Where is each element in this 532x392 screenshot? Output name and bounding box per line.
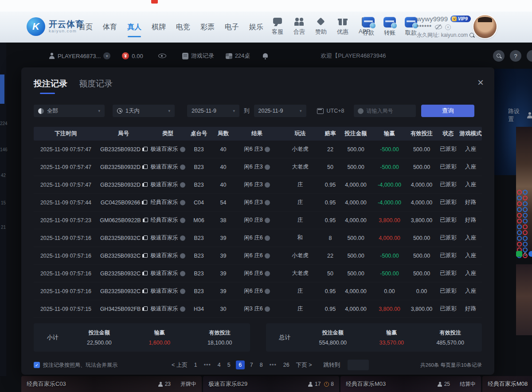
menu-item-娱乐[interactable]: 娱乐 [249, 21, 264, 34]
info-icon[interactable] [265, 289, 270, 294]
page-button-26[interactable]: 26 [282, 361, 291, 369]
settings-button[interactable] [527, 50, 532, 62]
copy-icon[interactable] [142, 200, 146, 205]
info-icon[interactable] [265, 218, 270, 223]
page-button-5[interactable]: 5 [226, 361, 232, 369]
copy-icon[interactable] [142, 289, 147, 294]
page-button-7[interactable]: 7 [249, 361, 254, 369]
info-icon[interactable] [265, 271, 270, 276]
wallet-转账[interactable]: 转账 [381, 17, 398, 37]
summary-column: 有效投注485,570.00 [436, 329, 464, 346]
sidebar-active-item[interactable] [0, 74, 4, 104]
quick-客服[interactable]: 客服 [270, 17, 286, 36]
info-icon[interactable] [265, 200, 270, 205]
info-icon[interactable] [265, 182, 270, 188]
time-range-select[interactable]: 1天内 ▾ [113, 105, 175, 117]
tables-count-button[interactable]: 224桌 [226, 52, 250, 60]
info-icon[interactable] [265, 147, 270, 152]
copy-icon[interactable] [142, 253, 147, 258]
search-button[interactable] [493, 50, 505, 62]
game-mode: 入座 [459, 252, 482, 259]
player-account-dropdown[interactable]: PLAYER46873... ▾ [49, 52, 110, 59]
menu-item-棋牌[interactable]: 棋牌 [151, 21, 166, 34]
page-button-4[interactable]: 4 [216, 361, 222, 369]
quick-合营[interactable]: 合营 [291, 17, 307, 36]
result: 闲0 庄8 [235, 216, 278, 224]
query-button[interactable]: 查询 [421, 105, 474, 117]
tab-bet-records[interactable]: 投注记录 [34, 78, 67, 94]
info-icon[interactable] [265, 165, 270, 170]
date-to-select[interactable]: 2025-11-9 ▾ [254, 105, 306, 117]
menu-item-电竞[interactable]: 电竞 [176, 21, 191, 34]
game-records-button[interactable]: 游戏记录 [182, 52, 214, 60]
notifications-button[interactable] [262, 53, 268, 59]
help-button[interactable]: ? [510, 50, 521, 62]
deposit-icon [362, 17, 375, 27]
balance-display[interactable]: ¥ 0.00 [122, 52, 143, 59]
search-icon[interactable] [469, 33, 474, 38]
road-settings-label[interactable]: 路设置 [508, 107, 532, 123]
copy-icon[interactable] [142, 235, 147, 240]
prev-page-button[interactable]: < 上页 [170, 361, 189, 370]
round-id: GH3425B092FB [98, 306, 149, 312]
info-icon[interactable] [265, 235, 270, 241]
odds: 50 [322, 164, 339, 170]
info-icon[interactable] [180, 235, 185, 241]
live-table-card[interactable]: 极速百家乐B29178 [203, 376, 339, 392]
info-icon[interactable] [265, 306, 270, 312]
copy-icon[interactable] [142, 165, 147, 169]
brand-logo[interactable]: K 开云体育 kaiyun.com [27, 17, 84, 36]
info-icon[interactable] [180, 218, 185, 223]
table-row: 2025-11-09 07:57:16GB2325B0932C极速百家乐B233… [34, 282, 482, 300]
copy-icon[interactable] [142, 271, 147, 276]
bet-type-select[interactable]: 全部 ▾ [34, 105, 105, 117]
menu-item-彩票[interactable]: 彩票 [200, 21, 215, 34]
date-from-select[interactable]: 2025-11-9 ▾ [187, 105, 239, 117]
summary-column: 投注金额22,500.00 [87, 329, 112, 346]
player-toolbar: PLAYER46873... ▾ ¥ 0.00 游戏记录 224桌 欢迎【PLA… [6, 47, 532, 65]
info-icon[interactable] [180, 147, 185, 152]
user-panel[interactable]: wywy9999 VVIP9 ****** ▾ 永久网址: kaiyun.com [417, 15, 474, 39]
round-search-input[interactable] [366, 108, 412, 114]
round-id: GC0425B09266 [98, 200, 149, 206]
close-icon[interactable]: × [477, 77, 484, 88]
page-button-8[interactable]: 8 [258, 361, 264, 369]
info-icon[interactable] [180, 200, 185, 205]
chevron-down-icon[interactable]: ▾ [445, 24, 451, 30]
eye-off-icon[interactable] [435, 25, 442, 29]
copy-icon[interactable] [142, 182, 147, 187]
live-table-card[interactable]: 经典百家乐M0325结算中 [340, 376, 481, 392]
merge-toggle[interactable]: ✓ 投注记录按照局、玩法合并展示 [34, 361, 153, 369]
info-icon[interactable] [180, 182, 185, 188]
avatar[interactable] [473, 15, 497, 38]
menu-item-电子[interactable]: 电子 [224, 21, 239, 34]
round-id: GM0625B0922B [98, 217, 149, 223]
jump-page-input[interactable] [348, 360, 369, 370]
copy-icon[interactable] [142, 306, 147, 311]
background-dealer-video-2 [516, 264, 532, 335]
page-button-6[interactable]: 6 [236, 361, 245, 369]
next-page-button[interactable]: 下页 > [295, 361, 313, 370]
toggle-balance-visibility[interactable] [158, 54, 166, 58]
info-icon[interactable] [180, 306, 185, 312]
menu-item-首页[interactable]: 首页 [78, 21, 93, 34]
copy-icon[interactable] [142, 147, 147, 152]
copy-icon[interactable] [143, 218, 147, 223]
quick-优惠[interactable]: 优惠 [335, 17, 351, 36]
info-icon[interactable] [180, 271, 185, 276]
page-button-1[interactable]: 1 [193, 361, 199, 369]
live-table-card[interactable]: 经典百家乐M08 [482, 376, 532, 392]
info-icon[interactable] [180, 165, 185, 170]
info-icon[interactable] [180, 289, 185, 294]
column-header: 类型 [149, 130, 187, 137]
game-mode: 入座 [459, 163, 482, 171]
tab-quota-records[interactable]: 额度记录 [79, 78, 113, 94]
wallet-存款[interactable]: 存款 [360, 17, 377, 37]
info-icon[interactable] [265, 253, 270, 259]
timezone-display[interactable]: UTC+8 [317, 108, 344, 114]
menu-item-体育[interactable]: 体育 [102, 21, 117, 34]
quick-赞助[interactable]: 赞助 [313, 17, 329, 36]
info-icon[interactable] [180, 253, 185, 259]
menu-item-真人[interactable]: 真人 [127, 21, 142, 34]
live-table-card[interactable]: 经典百家乐C0323开牌中 [21, 376, 202, 392]
